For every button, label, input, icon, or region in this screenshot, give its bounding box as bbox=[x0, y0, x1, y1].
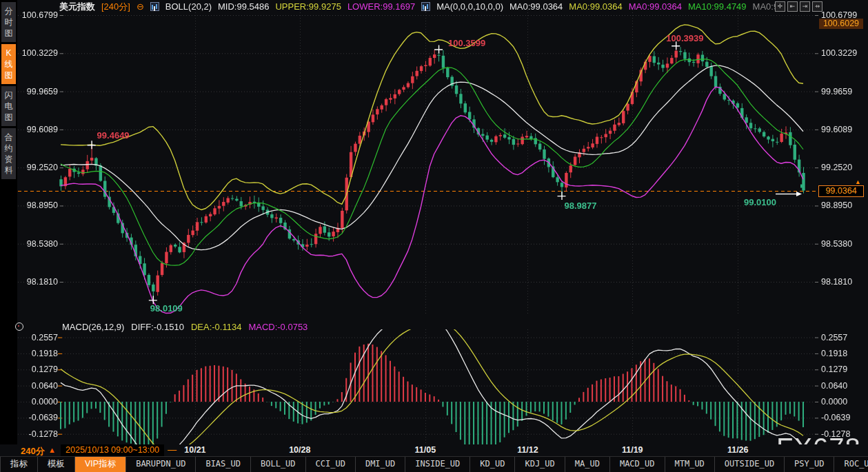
macd-left-tick-5: -0.0639 bbox=[17, 413, 58, 422]
boll-indicator-icon[interactable] bbox=[150, 2, 159, 11]
toolbar-tab-[interactable]: 模板 bbox=[38, 457, 75, 472]
current-price-badge: 99.0364 bbox=[818, 185, 864, 197]
macd-right-tick-1: 0.1918 bbox=[821, 349, 862, 358]
xaxis-date-4: 11/19 bbox=[608, 445, 656, 455]
macd-left-tick-6: -0.1278 bbox=[17, 429, 58, 439]
chart-canvas[interactable] bbox=[0, 0, 868, 472]
axis-right-tick-5: 98.8950 bbox=[821, 201, 862, 210]
macd-title: MACD(26,12,9) bbox=[62, 322, 124, 332]
timeframe-up-arrow-icon[interactable]: ▲ bbox=[48, 446, 56, 454]
axis-right-tick-6: 98.5380 bbox=[821, 239, 862, 249]
window-controls: ✛⇤⇥⇸ bbox=[775, 1, 822, 12]
toolbar-tab-cci_ud[interactable]: CCI_UD bbox=[306, 457, 356, 472]
price-annotation-100.3939: 100.3939 bbox=[666, 33, 703, 43]
date-range-box[interactable]: 2025/10/13 09:00~13:00 bbox=[61, 444, 164, 456]
macd-left-tick-3: 0.0640 bbox=[17, 381, 58, 391]
toolbar-tab-boll_ud[interactable]: BOLL_UD bbox=[251, 457, 306, 472]
xaxis-date-2: 11/05 bbox=[401, 445, 450, 455]
sidebar: 分时图K线图闪电图合约资料 bbox=[0, 0, 17, 457]
indicator-toolbar: 指标模板VIP指标BARUPDN_UDBIAS_UDBOLL_UDCCI_UDD… bbox=[0, 456, 868, 472]
timeframe-label: [240分] bbox=[101, 1, 130, 13]
boll-upper-value: UPPER:99.9275 bbox=[275, 1, 341, 12]
symbol-title: 美元指数 bbox=[59, 1, 95, 13]
boll-mid-value: MID:99.5486 bbox=[218, 1, 269, 12]
price-annotation-98.9877: 98.9877 bbox=[564, 201, 596, 211]
price-annotation-99.0100: 99.0100 bbox=[744, 197, 776, 207]
toolbar-tab-outside_ud[interactable]: OUTSIDE_UD bbox=[715, 457, 785, 472]
toolbar-tab-vip[interactable]: VIP指标 bbox=[75, 457, 126, 472]
price-annotation-99.4649: 99.4649 bbox=[97, 130, 130, 141]
chart-header: 美元指数 [240分] ⊖ BOLL(20,2) MID:99.5486 UPP… bbox=[59, 1, 778, 12]
toolbar-tab-dmi_ud[interactable]: DMI_UD bbox=[356, 457, 405, 472]
xaxis-date-3: 11/12 bbox=[503, 445, 552, 455]
xaxis-date-5: 11/26 bbox=[714, 445, 762, 455]
collapse-panel-icon[interactable]: ⊖ bbox=[137, 1, 144, 12]
toolbar-tab-kdj_ud[interactable]: KDJ_UD bbox=[515, 457, 565, 472]
toolbar-tab-[interactable]: 指标 bbox=[1, 457, 38, 472]
scale-left-icon[interactable]: ⇤ bbox=[787, 1, 798, 12]
axis-right-tick-4: 99.2520 bbox=[821, 163, 862, 172]
axis-right-tick-1: 100.3229 bbox=[821, 48, 862, 58]
macd-right-tick-5: -0.0639 bbox=[821, 413, 862, 422]
boll-lower-value: LOWER:99.1697 bbox=[347, 1, 415, 12]
axis-left-tick-2: 99.9659 bbox=[17, 87, 58, 96]
toolbar-tab-inside_ud[interactable]: INSIDE_UD bbox=[405, 457, 470, 472]
axis-left-tick-7: 98.1810 bbox=[17, 277, 58, 287]
macd-diff-value: DIFF:-0.1510 bbox=[131, 322, 184, 332]
toolbar-tab-barupdn_ud[interactable]: BARUPDN_UD bbox=[126, 457, 196, 472]
toolbar-tab-mtm_ud[interactable]: MTM_UD bbox=[665, 457, 715, 472]
boll-label: BOLL(20,2) bbox=[165, 1, 212, 12]
pan-icon[interactable]: ✛ bbox=[775, 1, 785, 12]
macd-left-tick-0: 0.2557 bbox=[17, 333, 58, 342]
axis-right-tick-7: 98.1810 bbox=[821, 277, 862, 287]
ma-values: MA0:99.0364MA0:99.0364MA0:99.0364MA10:99… bbox=[509, 1, 778, 12]
sidebar-item-0[interactable]: 分时图 bbox=[1, 2, 16, 42]
sidebar-item-3[interactable]: 合约资料 bbox=[1, 128, 16, 179]
scale-right-icon[interactable]: ⇥ bbox=[800, 1, 810, 12]
macd-macd-value: MACD:-0.0753 bbox=[248, 322, 307, 332]
toolbar-tab-ma_ud[interactable]: MA_UD bbox=[565, 457, 610, 472]
axis-left-tick-5: 98.8950 bbox=[17, 201, 58, 210]
toolbar-tab-bias_ud[interactable]: BIAS_UD bbox=[196, 457, 251, 472]
price-annotation-100.3599: 100.3599 bbox=[448, 38, 485, 48]
toolbar-tab-macd_ud[interactable]: MACD_UD bbox=[610, 457, 665, 472]
ma-label: MA(0,0,0,10,0,0) bbox=[436, 1, 503, 12]
macd-left-tick-2: 0.1279 bbox=[17, 365, 58, 374]
ma-value-0: MA0:99.0364 bbox=[509, 1, 563, 12]
price-annotation-98.0109: 98.0109 bbox=[150, 303, 183, 314]
axis-left-tick-6: 98.5380 bbox=[17, 239, 58, 249]
app-window: 分时图K线图闪电图合约资料 美元指数 [240分] ⊖ BOLL(20,2) M… bbox=[0, 0, 868, 472]
ma-value-1: MA0:99.0364 bbox=[569, 1, 622, 12]
high-price-badge: 100.6029 bbox=[819, 19, 863, 29]
macd-header: MACD(26,12,9) DIFF:-0.1510 DEA:-0.1134 M… bbox=[62, 322, 307, 332]
ma-value-3: MA10:99.4749 bbox=[688, 1, 747, 12]
axis-right-tick-3: 99.6089 bbox=[821, 125, 862, 134]
macd-right-tick-4: 0.0000 bbox=[821, 397, 862, 407]
ma-indicator-icon[interactable] bbox=[421, 2, 430, 11]
axis-left-tick-0: 100.6799 bbox=[17, 10, 58, 20]
xaxis-row: 240分 ▲ 2025/10/13 09:00~13:00 — 10/2110/… bbox=[0, 444, 868, 457]
price-up-arrow-icon: ▲ bbox=[855, 178, 861, 185]
toolbar-tab-roc_ud[interactable]: ROC_UD bbox=[834, 457, 868, 472]
shift-right-icon[interactable]: ⇸ bbox=[812, 1, 822, 12]
axis-left-tick-3: 99.6089 bbox=[17, 125, 58, 134]
toolbar-tab-kd_ud[interactable]: KD_UD bbox=[470, 457, 515, 472]
macd-dea-value: DEA:-0.1134 bbox=[191, 322, 241, 332]
macd-right-tick-0: 0.2557 bbox=[821, 333, 862, 342]
xaxis-date-1: 10/28 bbox=[276, 445, 324, 455]
axis-left-tick-4: 99.2520 bbox=[17, 163, 58, 172]
toolbar-tab-psy_ud[interactable]: PSY_UD bbox=[785, 457, 834, 472]
macd-settings-icon[interactable] bbox=[15, 322, 23, 331]
macd-right-tick-3: 0.0640 bbox=[821, 381, 862, 391]
sidebar-item-2[interactable]: 闪电图 bbox=[1, 86, 16, 126]
ma-value-2: MA0:99.0364 bbox=[629, 1, 682, 12]
macd-right-tick-2: 0.1279 bbox=[821, 365, 862, 374]
axis-left-tick-1: 100.3229 bbox=[17, 48, 58, 58]
sidebar-item-1[interactable]: K线图 bbox=[1, 44, 16, 84]
xaxis-date-0: 10/21 bbox=[171, 445, 219, 455]
axis-right-tick-2: 99.9659 bbox=[821, 87, 862, 96]
macd-left-tick-4: 0.0000 bbox=[17, 397, 58, 407]
macd-left-tick-1: 0.1918 bbox=[17, 349, 58, 358]
